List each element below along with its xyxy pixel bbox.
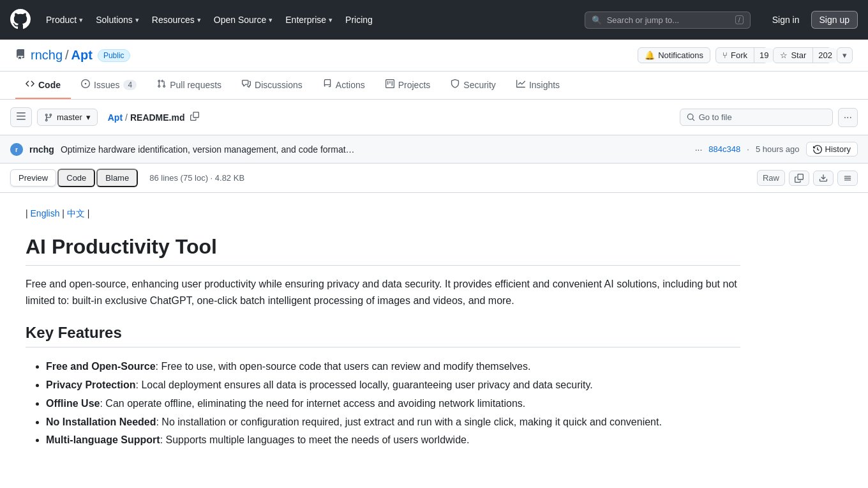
nav-solutions[interactable]: Solutions ▾ <box>91 11 144 29</box>
copy-raw-button[interactable] <box>789 171 809 186</box>
tab-actions[interactable]: Actions <box>313 72 375 99</box>
nav-pricing[interactable]: Pricing <box>340 11 378 29</box>
projects-icon <box>385 79 394 90</box>
tab-insights[interactable]: Insights <box>506 72 570 99</box>
list-item: Offline Use: Can operate offline, elimin… <box>46 395 740 413</box>
readme-intro: Free and open-source, enhancing user pro… <box>26 276 740 309</box>
tab-code[interactable]: Code <box>15 72 71 99</box>
github-logo[interactable] <box>10 9 31 31</box>
more-options-button[interactable]: ··· <box>838 108 858 127</box>
breadcrumb-separator: / <box>125 112 128 123</box>
lang-chinese[interactable]: 中文 <box>67 208 85 218</box>
feature-label-0: Free and Open-Source <box>46 361 156 372</box>
nav-open-source[interactable]: Open Source ▾ <box>209 11 278 29</box>
tab-discussions[interactable]: Discussions <box>232 72 313 99</box>
repo-name[interactable]: Apt <box>71 48 93 63</box>
tab-issues-label: Issues <box>94 80 119 90</box>
svg-text:r: r <box>15 146 18 153</box>
feature-desc-3: : No installation or configuration requi… <box>156 416 661 427</box>
nav-product[interactable]: Product ▾ <box>41 11 88 29</box>
breadcrumb: Apt / README.md <box>108 112 199 123</box>
notifications-button[interactable]: 🔔 Notifications <box>638 47 710 63</box>
tab-projects[interactable]: Projects <box>375 72 441 99</box>
list-item: Free and Open-Source: Free to use, with … <box>46 358 740 376</box>
repo-actions: 🔔 Notifications ⑂ Fork 19 ☆ Star 202 ▾ <box>638 47 853 63</box>
bell-icon: 🔔 <box>645 50 655 60</box>
star-button[interactable]: ☆ Star 202 <box>773 47 832 63</box>
download-button[interactable] <box>813 171 834 186</box>
code-actions: Raw <box>757 170 858 186</box>
readme-content: | English | 中文 | AI Productivity Tool Fr… <box>0 193 766 475</box>
sign-in-button[interactable]: Sign in <box>766 11 806 28</box>
feature-desc-4: : Supports multiple languages to meet th… <box>160 434 470 445</box>
avatar: r <box>10 143 23 156</box>
chevron-down-icon: ▾ <box>197 16 201 24</box>
repo-path: rnchg / Apt <box>31 48 93 63</box>
nav-resources[interactable]: Resources ▾ <box>147 11 206 29</box>
code-icon <box>26 79 34 90</box>
feature-label-1: Privacy Protection <box>46 379 136 390</box>
list-item: Multi-language Support: Supports multipl… <box>46 431 740 450</box>
go-to-file-input[interactable]: Go to file <box>680 109 833 126</box>
lines-button[interactable] <box>837 171 858 186</box>
actions-icon <box>323 79 332 90</box>
lang-english[interactable]: English <box>31 208 60 218</box>
issues-badge: 4 <box>123 80 137 90</box>
breadcrumb-repo[interactable]: Apt <box>108 112 123 123</box>
tab-discussions-label: Discussions <box>255 80 303 90</box>
history-button[interactable]: History <box>806 142 858 156</box>
commit-dot-sep: · <box>747 144 749 154</box>
fork-button[interactable]: ⑂ Fork 19 <box>715 47 768 63</box>
sign-up-button[interactable]: Sign up <box>811 11 858 29</box>
language-bar: | English | 中文 | <box>26 208 740 220</box>
tab-actions-label: Actions <box>336 80 365 90</box>
raw-button[interactable]: Raw <box>757 170 785 186</box>
file-viewer-header: master ▾ Apt / README.md Go to file ··· <box>0 100 868 135</box>
issue-icon <box>81 79 90 90</box>
visibility-badge: Public <box>98 49 130 62</box>
main-nav: Product ▾ Solutions ▾ Resources ▾ Open S… <box>41 11 574 29</box>
feature-label-2: Offline Use <box>46 398 100 409</box>
branch-selector[interactable]: master ▾ <box>37 109 98 126</box>
commit-hash[interactable]: 884c348 <box>708 144 740 154</box>
insights-icon <box>516 79 525 90</box>
feature-desc-2: : Can operate offline, eliminating the n… <box>100 398 525 409</box>
preview-tab[interactable]: Preview <box>10 169 56 187</box>
repo-owner[interactable]: rnchg <box>31 48 63 63</box>
feature-desc-1: : Local deployment ensures all data is p… <box>136 379 593 390</box>
list-item: Privacy Protection: Local deployment ens… <box>46 376 740 395</box>
security-icon <box>451 79 460 90</box>
copy-path-button[interactable] <box>190 112 199 123</box>
repo-header: rnchg / Apt Public 🔔 Notifications ⑂ For… <box>0 40 868 72</box>
chevron-down-icon: ▾ <box>269 16 273 24</box>
commit-bar: r rnchg Optimize hardware identification… <box>0 135 868 164</box>
chevron-down-icon: ▾ <box>135 16 139 24</box>
commit-message: Optimize hardware identification, versio… <box>61 144 689 155</box>
repo-tab-nav: Code Issues 4 Pull requests Discussions … <box>0 72 868 100</box>
commit-author[interactable]: rnchg <box>29 144 54 155</box>
header-actions: Sign in Sign up <box>766 11 858 29</box>
nav-enterprise[interactable]: Enterprise ▾ <box>280 11 338 29</box>
tab-pr-label: Pull requests <box>170 80 221 90</box>
discussion-icon <box>242 79 251 90</box>
chevron-down-icon: ▾ <box>329 16 333 24</box>
commit-time: 5 hours ago <box>756 144 800 154</box>
feature-desc-0: : Free to use, with open-source code tha… <box>156 361 531 372</box>
commit-expand-button[interactable]: ··· <box>695 144 703 155</box>
fork-icon: ⑂ <box>722 50 728 60</box>
code-tab[interactable]: Code <box>57 169 95 187</box>
blame-tab[interactable]: Blame <box>96 169 138 187</box>
tab-security-label: Security <box>463 80 496 90</box>
tab-issues[interactable]: Issues 4 <box>71 72 147 99</box>
tab-pull-requests[interactable]: Pull requests <box>147 72 232 99</box>
toggle-sidebar-button[interactable] <box>10 107 32 127</box>
chevron-down-icon: ▾ <box>842 50 847 60</box>
tab-code-label: Code <box>38 80 61 90</box>
path-separator: / <box>65 48 69 63</box>
global-search[interactable]: 🔍 Search or jump to... / <box>585 11 751 29</box>
more-button[interactable]: ▾ <box>837 47 853 63</box>
pr-icon <box>157 79 166 90</box>
tab-security[interactable]: Security <box>440 72 506 99</box>
repo-type-icon <box>15 49 26 61</box>
site-header: Product ▾ Solutions ▾ Resources ▾ Open S… <box>0 0 868 40</box>
